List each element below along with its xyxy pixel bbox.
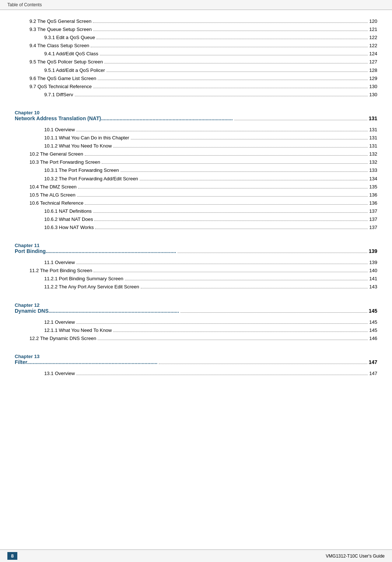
chapter-heading: Chapter 11Port Binding..................…	[15, 243, 377, 254]
entry-text: 12.2 The Dynamic DNS Screen	[29, 334, 96, 343]
toc-entry: 10.6.2 What NAT Does137	[15, 215, 377, 223]
toc-entry: 9.7 QoS Technical Reference130	[15, 83, 377, 91]
chapter-title-text: Dynamic DNS.............................…	[15, 308, 179, 314]
entry-text: 10.6.2 What NAT Does	[44, 215, 93, 223]
entry-page-num: 137	[369, 223, 377, 232]
entry-text: 10.1 Overview	[44, 126, 75, 134]
chapter-title-row: Network Address Translation (NAT).......…	[15, 115, 377, 121]
entry-page-num: 145	[369, 326, 377, 334]
entry-page-num: 136	[369, 199, 377, 207]
entry-text: 9.3 The Queue Setup Screen	[29, 25, 92, 34]
chapter-page-num: 145	[369, 308, 377, 314]
chapter-label: Chapter 11	[15, 243, 377, 248]
entry-text: 11.2 The Port Binding Screen	[29, 267, 92, 275]
toc-entry: 10.6.3 How NAT Works137	[15, 223, 377, 232]
toc-entry: 10.2 The General Screen132	[15, 150, 377, 158]
chapter-heading: Chapter 10Network Address Translation (N…	[15, 110, 377, 121]
toc-entry: 9.2 The QoS General Screen120	[15, 17, 377, 25]
entry-page-num: 129	[369, 74, 377, 83]
toc-entry: 13.1 Overview147	[15, 370, 377, 378]
toc-entry: 9.5 The QoS Policer Setup Screen127	[15, 58, 377, 66]
footer-page-number: 8	[7, 552, 17, 560]
entry-page-num: 124	[369, 50, 377, 58]
entry-text: 10.6.1 NAT Definitions	[44, 207, 92, 215]
entry-text: 10.3.2 The Port Forwarding Add/Edit Scre…	[44, 175, 138, 183]
toc-entry: 10.1.2 What You Need To Know131	[15, 142, 377, 150]
entry-text: 10.6 Technical Reference	[29, 199, 83, 207]
toc-entry: 9.5.1 Add/Edit a QoS Policer128	[15, 66, 377, 74]
toc-entry: 11.2.1 Port Binding Summary Screen141	[15, 275, 377, 283]
entry-text: 12.1 Overview	[44, 318, 75, 326]
chapter-page-num: 131	[369, 115, 377, 121]
entry-text: 10.4 The DMZ Screen	[29, 183, 77, 191]
entry-text: 10.3.1 The Port Forwarding Screen	[44, 166, 119, 174]
entry-text: 11.2.1 Port Binding Summary Screen	[44, 275, 123, 283]
entry-page-num: 145	[369, 318, 377, 326]
chapter-label: Chapter 12	[15, 302, 377, 308]
chapter-label: Chapter 10	[15, 110, 377, 115]
entry-page-num: 140	[369, 267, 377, 275]
toc-entry: 11.1 Overview139	[15, 259, 377, 267]
chapter-label: Chapter 13	[15, 354, 377, 359]
entry-text: 9.7 QoS Technical Reference	[29, 83, 92, 91]
entry-text: 11.1 Overview	[44, 259, 75, 267]
entry-page-num: 132	[369, 150, 377, 158]
entry-page-num: 131	[369, 142, 377, 150]
chapter-title-text: Filter..................................…	[15, 359, 157, 365]
toc-entry: 12.1 Overview145	[15, 318, 377, 326]
toc-entry: 11.2 The Port Binding Screen140	[15, 267, 377, 275]
toc-entry: 9.4 The Class Setup Screen122	[15, 42, 377, 50]
entry-page-num: 130	[369, 83, 377, 91]
chapter-page-num: 147	[369, 359, 377, 365]
entry-page-num: 128	[369, 66, 377, 74]
toc-entry: 11.2.2 The Any Port Any Service Edit Scr…	[15, 283, 377, 291]
entry-page-num: 120	[369, 17, 377, 25]
entry-text: 10.2 The General Screen	[29, 150, 83, 158]
entry-page-num: 147	[369, 370, 377, 378]
entry-text: 10.6.3 How NAT Works	[44, 223, 94, 232]
entry-page-num: 137	[369, 215, 377, 223]
entry-text: 9.5 The QoS Policer Setup Screen	[29, 58, 103, 66]
toc-entry: 12.1.1 What You Need To Know145	[15, 326, 377, 334]
chapter-page-num: 139	[369, 248, 377, 254]
entry-text: 10.5 The ALG Screen	[29, 191, 76, 199]
entry-page-num: 143	[369, 283, 377, 291]
chapter-heading: Chapter 13Filter........................…	[15, 354, 377, 365]
chapter-title-text: Port Binding............................…	[15, 248, 176, 254]
toc-entry: 10.3 The Port Forwarding Screen132	[15, 158, 377, 166]
header-title: Table of Contents	[7, 2, 42, 7]
entry-page-num: 134	[369, 175, 377, 183]
toc-entry: 12.2 The Dynamic DNS Screen146	[15, 334, 377, 343]
entry-page-num: 133	[369, 166, 377, 174]
entry-page-num: 136	[369, 191, 377, 199]
entry-page-num: 137	[369, 207, 377, 215]
toc-entry: 9.6 The QoS Game List Screen129	[15, 74, 377, 83]
entry-text: 9.7.1 DiffServ	[44, 91, 73, 99]
toc-entry: 9.4.1 Add/Edit QoS Class124	[15, 50, 377, 58]
entry-text: 9.4.1 Add/Edit QoS Class	[44, 50, 98, 58]
toc-entry: 9.7.1 DiffServ130	[15, 91, 377, 99]
toc-entry: 9.3 The Queue Setup Screen121	[15, 25, 377, 34]
chapter-title-text: Network Address Translation (NAT).......…	[15, 115, 233, 121]
entry-text: 9.2 The QoS General Screen	[29, 17, 91, 25]
entry-page-num: 131	[369, 134, 377, 142]
toc-entry: 9.3.1 Edit a QoS Queue122	[15, 34, 377, 42]
entry-text: 10.1.1 What You Can Do in this Chapter	[44, 134, 129, 142]
entry-text: 9.5.1 Add/Edit a QoS Policer	[44, 66, 105, 74]
chapter-title-row: Filter..................................…	[15, 359, 377, 365]
page-footer: 8 VMG1312-T10C User's Guide	[0, 549, 392, 562]
entry-text: 11.2.2 The Any Port Any Service Edit Scr…	[44, 283, 139, 291]
chapter-title-row: Dynamic DNS.............................…	[15, 308, 377, 314]
entry-page-num: 122	[369, 42, 377, 50]
entry-text: 9.3.1 Edit a QoS Queue	[44, 34, 95, 42]
toc-entry: 10.3.2 The Port Forwarding Add/Edit Scre…	[15, 175, 377, 183]
entry-text: 10.1.2 What You Need To Know	[44, 142, 112, 150]
entry-page-num: 121	[369, 25, 377, 34]
toc-entry: 10.4 The DMZ Screen135	[15, 183, 377, 191]
toc-content: 9.2 The QoS General Screen1209.3 The Que…	[0, 10, 392, 400]
entry-page-num: 131	[369, 126, 377, 134]
entry-page-num: 127	[369, 58, 377, 66]
entry-text: 10.3 The Port Forwarding Screen	[29, 158, 100, 166]
toc-entry: 10.1.1 What You Can Do in this Chapter13…	[15, 134, 377, 142]
entry-page-num: 130	[369, 91, 377, 99]
